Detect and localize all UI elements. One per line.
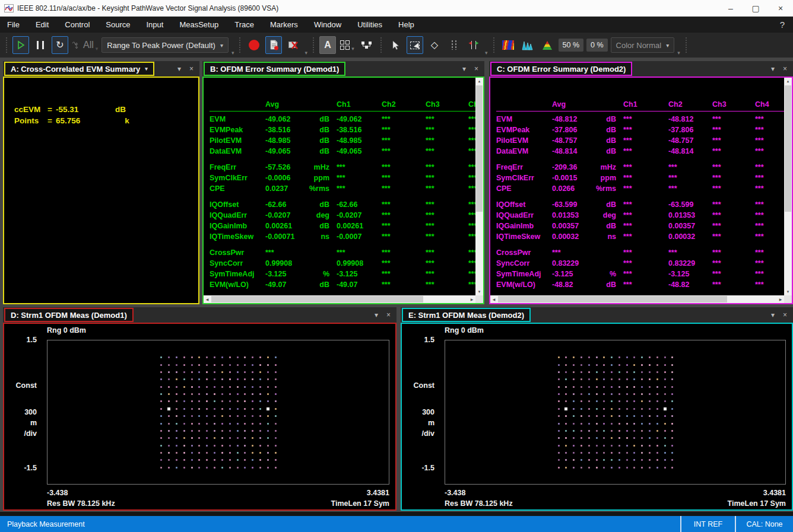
pause-button[interactable] xyxy=(32,36,49,54)
constellation-point xyxy=(214,430,215,432)
constellation-plot[interactable] xyxy=(47,340,389,485)
pilot-marker xyxy=(167,407,170,410)
constellation-point xyxy=(581,459,582,461)
panel-c-title: C: OFDM Error Summary (Demod2) xyxy=(497,65,626,74)
overflow-chevron[interactable]: ▾ xyxy=(485,50,488,56)
menu-source[interactable]: Source xyxy=(106,20,130,29)
window-layout-button[interactable]: ▾ xyxy=(339,36,356,54)
y-axis-min-label: -1.5 xyxy=(4,464,41,472)
metric-avg: -0.0207 xyxy=(265,210,304,221)
metric-avg: -48.82 xyxy=(552,279,591,290)
menu-window[interactable]: Window xyxy=(314,20,341,29)
panel-a-close-icon[interactable]: × xyxy=(189,65,194,73)
constellation-point xyxy=(588,459,590,461)
constellation-point xyxy=(581,430,582,432)
scrollbar-thumb[interactable] xyxy=(785,85,791,212)
menu-meassetup[interactable]: MeasSetup xyxy=(179,20,218,29)
spectrogram-view-button[interactable] xyxy=(500,36,516,54)
menu-file[interactable]: File xyxy=(7,20,20,29)
flag-marker-button[interactable] xyxy=(465,36,482,54)
constellation-point xyxy=(252,408,253,410)
constellation-point xyxy=(221,408,223,410)
panel-e-menu-icon[interactable]: ▾ xyxy=(771,311,775,319)
reference-status[interactable]: INT REF xyxy=(680,516,735,532)
vertical-scrollbar[interactable]: ▲▼ xyxy=(784,78,792,295)
panel-b-close-icon[interactable]: × xyxy=(474,65,478,73)
overflow-chevron[interactable]: ▾ xyxy=(677,50,680,56)
constellation-point xyxy=(618,415,620,417)
pointer-tool-button[interactable] xyxy=(387,36,404,54)
calibration-status[interactable]: CAL: None xyxy=(735,516,793,532)
single-sweep-button: All ▾ xyxy=(71,36,99,54)
constellation-point xyxy=(176,445,177,447)
panel-a-menu-icon[interactable]: ▾ xyxy=(177,65,181,73)
horizontal-scrollbar[interactable]: ◀▶ xyxy=(490,295,784,303)
menu-help[interactable]: Help xyxy=(398,20,414,29)
marker-tool-button[interactable]: ◇ xyxy=(426,36,443,54)
panel-b-title-tab[interactable]: B: OFDM Error Summary (Demod1) xyxy=(204,62,345,76)
recording-discard-button[interactable] xyxy=(285,36,302,54)
close-button[interactable]: × xyxy=(768,0,793,16)
scrollbar-thumb[interactable] xyxy=(211,296,423,302)
menu-markers[interactable]: Markers xyxy=(270,20,298,29)
panel-e-title-tab[interactable]: E: Strm1 OFDM Meas (Demod2) xyxy=(402,308,531,322)
minimize-button[interactable]: – xyxy=(718,0,743,16)
zoom-select-button[interactable] xyxy=(407,36,423,54)
measurement-map-button[interactable] xyxy=(359,36,375,54)
scrollbar-thumb[interactable] xyxy=(476,85,483,212)
metric-unit xyxy=(591,258,616,269)
constellation-point xyxy=(671,364,673,366)
ccdf-view-button[interactable] xyxy=(539,36,556,54)
horizontal-scrollbar[interactable]: ◀▶ xyxy=(204,295,475,303)
text-annotation-button[interactable]: A xyxy=(319,36,336,54)
constellation-plot[interactable] xyxy=(445,340,786,485)
panel-a-title-tab[interactable]: A: Cross-Correlated EVM Summary ▾ xyxy=(4,62,154,76)
range-select[interactable]: Range To Peak Power (Default) ▾ xyxy=(101,37,229,53)
color-select[interactable]: Color Normal ▾ xyxy=(611,37,675,53)
status-bar: Playback Measurement INT REF CAL: None xyxy=(0,516,793,532)
scrollbar-thumb[interactable] xyxy=(498,296,727,302)
constellation-point xyxy=(558,437,560,439)
overflow-chevron[interactable]: ▾ xyxy=(304,50,307,56)
constellation-point xyxy=(671,423,673,425)
constellation-point xyxy=(649,386,651,388)
constellation-point xyxy=(259,356,261,358)
maximize-button[interactable]: ▢ xyxy=(743,0,768,16)
vsa-application: IEEE 802.11n/a/ac/ax/be - Keysight PathW… xyxy=(0,0,793,532)
menu-trace[interactable]: Trace xyxy=(234,20,254,29)
panel-d-menu-icon[interactable]: ▾ xyxy=(375,311,378,319)
constellation-point xyxy=(573,467,575,469)
constellation-point xyxy=(221,393,223,395)
recording-save-button[interactable] xyxy=(265,36,282,54)
overflow-chevron[interactable]: ▾ xyxy=(231,50,234,56)
menu-control[interactable]: Control xyxy=(65,20,90,29)
panel-a-trace-dropdown-icon[interactable]: ▾ xyxy=(145,66,148,72)
menu-edit[interactable]: Edit xyxy=(36,20,49,29)
panel-d-close-icon[interactable]: × xyxy=(386,311,391,319)
help-icon[interactable]: ? xyxy=(780,20,785,30)
panel-c-title-tab[interactable]: C: OFDM Error Summary (Demod2) xyxy=(490,62,632,76)
panel-c-menu-icon[interactable]: ▾ xyxy=(771,65,775,73)
play-button[interactable] xyxy=(12,36,29,54)
menu-input[interactable]: Input xyxy=(146,20,163,29)
metric-avg: -48.757 xyxy=(552,135,591,146)
panel-c-close-icon[interactable]: × xyxy=(783,65,787,73)
vertical-scrollbar[interactable]: ▲▼ xyxy=(475,78,483,295)
spectrum-view-button[interactable] xyxy=(519,36,536,54)
constellation-point xyxy=(198,408,200,410)
panel-b-menu-icon[interactable]: ▾ xyxy=(462,65,466,73)
panel-b-body[interactable]: AvgCh1Ch2Ch3ChEVM-49.062dB-49.062*******… xyxy=(202,77,484,304)
panel-c-body[interactable]: AvgCh1Ch2Ch3Ch4EVM-48.812dB***-48.812***… xyxy=(489,77,793,304)
constellation-point xyxy=(214,437,215,439)
panel-a-body[interactable]: ccEVM= -55.31dB Points= 65.756k xyxy=(3,77,199,304)
panel-d-titlebar: D: Strm1 OFDM Meas (Demod1) ▾ × xyxy=(3,307,396,323)
constellation-point xyxy=(221,400,223,402)
constellation-point xyxy=(664,393,666,395)
constellation-point xyxy=(183,400,185,402)
record-button[interactable] xyxy=(246,36,262,54)
band-marker-button[interactable] xyxy=(446,36,462,54)
restart-button[interactable]: ↻ xyxy=(52,36,68,54)
menu-utilities[interactable]: Utilities xyxy=(357,20,382,29)
panel-d-title-tab[interactable]: D: Strm1 OFDM Meas (Demod1) xyxy=(4,308,134,322)
panel-e-close-icon[interactable]: × xyxy=(783,311,787,319)
